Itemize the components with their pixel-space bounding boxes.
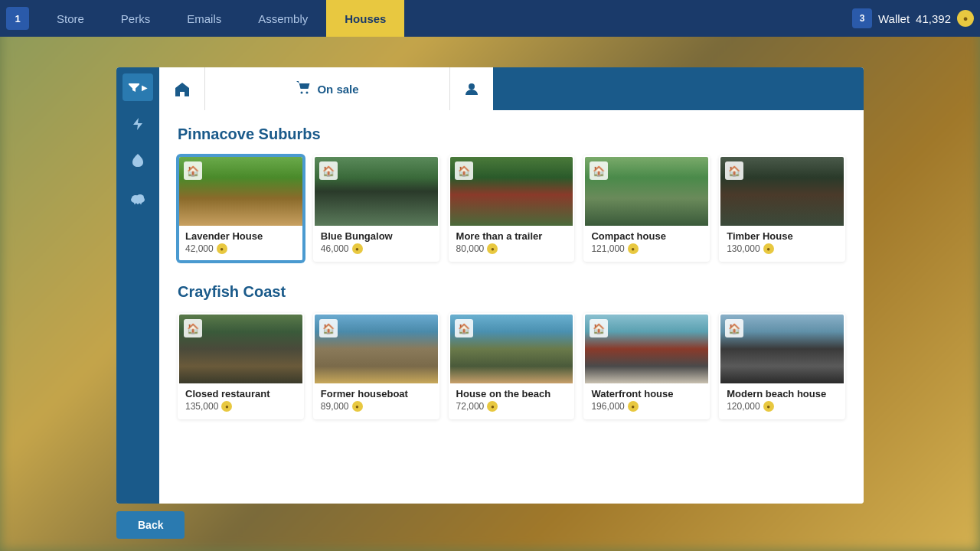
house-restaurant-price: 135,000 ● bbox=[185, 401, 296, 412]
house-beach-house-price: 72,000 ● bbox=[456, 401, 567, 412]
house-trailer-coin: ● bbox=[487, 243, 498, 254]
house-blue-bungalow[interactable]: 🏠 Blue Bungalow 46,000 ● bbox=[313, 155, 439, 262]
house-restaurant-img: 🏠 bbox=[179, 315, 302, 383]
house-timber-info: Timber House 130,000 ● bbox=[720, 226, 844, 260]
house-waterfront-img: 🏠 bbox=[585, 315, 708, 383]
svg-point-7 bbox=[301, 92, 303, 94]
nav-item-assembly[interactable]: Assembly bbox=[240, 0, 326, 37]
house-modern-beach-icon: 🏠 bbox=[725, 319, 743, 337]
house-blue-bungalow-coin: ● bbox=[352, 243, 363, 254]
tab-onsale[interactable]: On sale bbox=[205, 67, 450, 110]
house-timber-icon: 🏠 bbox=[725, 161, 743, 180]
house-lavender[interactable]: 🏠 Lavender House 42,000 ● bbox=[178, 155, 304, 262]
house-timber-coin: ● bbox=[763, 243, 774, 254]
wallet-amount: 41,392 bbox=[916, 12, 951, 25]
house-lavender-name: Lavender House bbox=[185, 230, 296, 242]
house-trailer-name: More than a trailer bbox=[456, 230, 567, 242]
house-blue-bungalow-img: 🏠 bbox=[315, 157, 438, 226]
svg-point-9 bbox=[469, 83, 475, 90]
house-compact[interactable]: 🏠 Compact house 121,000 ● bbox=[583, 155, 710, 262]
house-compact-icon: 🏠 bbox=[590, 161, 608, 180]
tab-profile[interactable] bbox=[450, 67, 493, 110]
nav-item-houses[interactable]: Houses bbox=[326, 0, 404, 37]
wallet-coin-icon: ● bbox=[957, 10, 974, 27]
house-trailer-price: 80,000 ● bbox=[456, 243, 567, 254]
tab-home[interactable] bbox=[159, 67, 205, 110]
house-beach-house[interactable]: 🏠 House on the beach 72,000 ● bbox=[449, 313, 575, 419]
house-trailer[interactable]: 🏠 More than a trailer 80,000 ● bbox=[449, 155, 575, 262]
house-beach-house-info: House on the beach 72,000 ● bbox=[450, 383, 573, 418]
crayfish-grid: 🏠 Closed restaurant 135,000 ● 🏠 bbox=[178, 313, 845, 419]
house-waterfront-name: Waterfront house bbox=[591, 388, 702, 399]
house-modern-beach[interactable]: 🏠 Modern beach house 120,000 ● bbox=[719, 313, 845, 419]
nav-items: Store Perks Emails Assembly Houses bbox=[38, 0, 852, 37]
nav-item-emails[interactable]: Emails bbox=[168, 0, 240, 37]
tabs-bar: On sale bbox=[159, 67, 864, 110]
house-lavender-coin: ● bbox=[217, 243, 227, 254]
house-restaurant-coin: ● bbox=[221, 401, 232, 412]
section-pinnacove: Pinnacove Suburbs 🏠 Lavender House 42,00… bbox=[178, 126, 845, 262]
sidebar-icon-cloud[interactable] bbox=[124, 184, 152, 211]
house-houseboat-img: 🏠 bbox=[315, 315, 438, 383]
scroll-area[interactable]: Pinnacove Suburbs 🏠 Lavender House 42,00… bbox=[159, 110, 864, 504]
house-lavender-price: 42,000 ● bbox=[185, 243, 296, 254]
house-restaurant-name: Closed restaurant bbox=[185, 388, 296, 399]
house-restaurant-icon: 🏠 bbox=[184, 319, 202, 337]
house-houseboat-name: Former houseboat bbox=[321, 388, 432, 399]
navbar: 1 Store Perks Emails Assembly Houses 3 W… bbox=[0, 0, 980, 37]
sidebar: ▶ bbox=[116, 67, 159, 504]
section-pinnacove-title: Pinnacove Suburbs bbox=[178, 126, 845, 143]
house-timber-img: 🏠 bbox=[720, 157, 844, 226]
house-houseboat[interactable]: 🏠 Former houseboat 89,000 ● bbox=[313, 313, 439, 419]
house-trailer-info: More than a trailer 80,000 ● bbox=[450, 226, 573, 260]
house-beach-house-img: 🏠 bbox=[450, 315, 573, 383]
house-restaurant[interactable]: 🏠 Closed restaurant 135,000 ● bbox=[178, 313, 304, 419]
wallet-label: Wallet bbox=[878, 12, 910, 25]
nav-item-perks[interactable]: Perks bbox=[103, 0, 168, 37]
section-crayfish: Crayfish Coast 🏠 Closed restaurant 135,0… bbox=[178, 283, 845, 419]
house-timber-name: Timber House bbox=[727, 230, 838, 242]
house-modern-beach-info: Modern beach house 120,000 ● bbox=[720, 383, 844, 418]
house-blue-bungalow-info: Blue Bungalow 46,000 ● bbox=[315, 226, 438, 260]
house-beach-icon: 🏠 bbox=[455, 319, 473, 337]
house-lavender-icon: 🏠 bbox=[184, 161, 202, 180]
house-beach-house-name: House on the beach bbox=[456, 388, 567, 399]
content-area: On sale Pinnacove Suburbs 🏠 bbox=[159, 67, 864, 504]
house-compact-img: 🏠 bbox=[585, 157, 708, 226]
nav-badge-right: 3 bbox=[852, 8, 872, 28]
house-timber-price: 130,000 ● bbox=[727, 243, 838, 254]
house-lavender-info: Lavender House 42,000 ● bbox=[179, 226, 302, 260]
house-timber[interactable]: 🏠 Timber House 130,000 ● bbox=[719, 155, 845, 262]
filter-button[interactable]: ▶ bbox=[122, 73, 153, 101]
house-houseboat-icon: 🏠 bbox=[319, 319, 338, 337]
cart-icon bbox=[296, 80, 311, 97]
house-compact-coin: ● bbox=[628, 243, 639, 254]
house-compact-price: 121,000 ● bbox=[591, 243, 702, 254]
house-waterfront-info: Waterfront house 196,000 ● bbox=[585, 383, 708, 418]
house-trailer-icon: 🏠 bbox=[455, 161, 473, 180]
house-waterfront-coin: ● bbox=[628, 401, 639, 412]
svg-point-8 bbox=[306, 92, 309, 94]
svg-rect-0 bbox=[137, 164, 139, 167]
house-modern-beach-price: 120,000 ● bbox=[727, 401, 838, 412]
house-blue-bungalow-price: 46,000 ● bbox=[321, 243, 432, 254]
house-blue-bungalow-icon: 🏠 bbox=[319, 161, 338, 180]
back-button[interactable]: Back bbox=[116, 511, 185, 539]
sidebar-icon-electric[interactable] bbox=[124, 110, 152, 138]
nav-right: 3 Wallet 41,392 ● bbox=[852, 8, 974, 28]
house-waterfront[interactable]: 🏠 Waterfront house 196,000 ● bbox=[583, 313, 710, 419]
house-waterfront-icon: 🏠 bbox=[590, 319, 608, 337]
house-houseboat-info: Former houseboat 89,000 ● bbox=[315, 383, 438, 418]
houses-modal: ▶ bbox=[116, 67, 864, 504]
nav-item-store[interactable]: Store bbox=[38, 0, 103, 37]
house-modern-beach-name: Modern beach house bbox=[727, 388, 838, 399]
tab-onsale-label: On sale bbox=[317, 83, 358, 96]
house-lavender-img: 🏠 bbox=[179, 157, 302, 226]
house-modern-beach-img: 🏠 bbox=[720, 315, 844, 383]
section-crayfish-title: Crayfish Coast bbox=[178, 283, 845, 301]
house-compact-name: Compact house bbox=[591, 230, 702, 242]
sidebar-icon-nature[interactable] bbox=[124, 147, 152, 174]
house-waterfront-price: 196,000 ● bbox=[591, 401, 702, 412]
house-blue-bungalow-name: Blue Bungalow bbox=[321, 230, 432, 242]
house-houseboat-coin: ● bbox=[352, 401, 363, 412]
